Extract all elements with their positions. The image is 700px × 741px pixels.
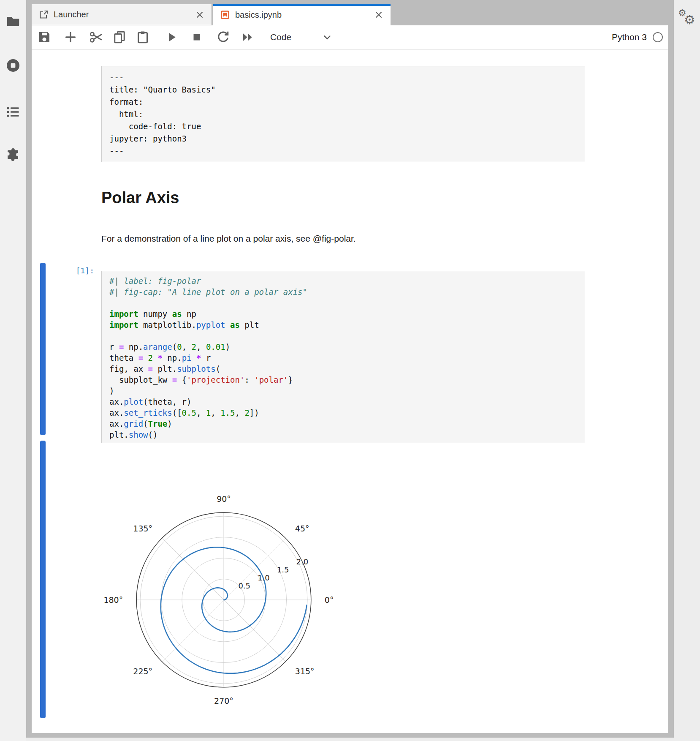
execution-count: [1]: [44, 266, 94, 275]
restart-run-all-icon[interactable] [240, 30, 255, 45]
svg-text:0°: 0° [325, 595, 334, 605]
cell-output-figure: 0°45°90°135°180°225°270°315°0.51.01.52.0 [103, 441, 365, 715]
close-icon[interactable] [195, 10, 205, 20]
svg-text:0.5: 0.5 [238, 581, 250, 590]
insert-cell-icon[interactable] [63, 30, 78, 45]
tab-label: basics.ipynb [235, 10, 374, 20]
code-editor[interactable]: #| label: fig-polar #| fig-cap: "A line … [101, 271, 585, 443]
right-sidebar: ⚙ ⚙ [674, 0, 700, 741]
input-collapser[interactable] [40, 263, 46, 435]
kernel-status-icon[interactable] [653, 32, 663, 42]
stop-circle-icon[interactable] [5, 58, 21, 73]
gears-icon[interactable]: ⚙ ⚙ [677, 8, 697, 29]
copy-icon[interactable] [112, 30, 127, 45]
tab-launcher[interactable]: Launcher [32, 4, 212, 25]
list-icon[interactable] [5, 104, 21, 120]
tab-bar: Launcher basics.ipynb [32, 4, 668, 25]
close-icon[interactable] [374, 10, 384, 20]
svg-text:2.0: 2.0 [296, 557, 309, 566]
raw-yaml-cell[interactable]: --- title: "Quarto Basics" format: html:… [101, 66, 585, 162]
notebook-toolbar: Code Python 3 [32, 25, 668, 49]
kernel-indicator: Python 3 [612, 30, 663, 45]
cell-type-dropdown[interactable]: Code [262, 30, 333, 45]
notebook-panel: --- title: "Quarto Basics" format: html:… [32, 49, 668, 733]
svg-text:45°: 45° [295, 524, 309, 533]
left-sidebar [0, 0, 26, 741]
screen: { "window": { "tabs": [ {"label": "Launc… [0, 0, 700, 741]
restart-kernel-icon[interactable] [215, 30, 231, 45]
notebook-icon [220, 10, 230, 20]
markdown-heading: Polar Axis [101, 188, 179, 207]
kernel-name[interactable]: Python 3 [612, 32, 647, 42]
svg-text:90°: 90° [217, 494, 231, 504]
stop-icon[interactable] [189, 30, 204, 45]
cell-type-label: Code [262, 32, 300, 42]
svg-text:1.0: 1.0 [258, 573, 270, 582]
paste-icon[interactable] [135, 30, 150, 45]
tab-basics-ipynb[interactable]: basics.ipynb [213, 4, 391, 25]
launcher-icon [38, 10, 49, 20]
save-icon[interactable] [37, 30, 52, 45]
jupyterlab-window: Launcher basics.ipynb [26, 0, 674, 738]
svg-text:315°: 315° [295, 667, 315, 676]
puzzle-icon[interactable] [5, 147, 21, 162]
chevron-down-icon [322, 32, 333, 43]
run-icon[interactable] [164, 30, 179, 45]
folder-icon[interactable] [5, 14, 21, 29]
cut-icon[interactable] [88, 30, 103, 45]
svg-text:225°: 225° [133, 667, 152, 676]
active-tab-accent [213, 4, 391, 6]
svg-text:135°: 135° [133, 524, 152, 533]
polar-plot: 0°45°90°135°180°225°270°315°0.51.01.52.0 [103, 441, 365, 715]
output-collapser[interactable] [40, 441, 46, 718]
tab-label: Launcher [54, 10, 195, 19]
svg-text:1.5: 1.5 [277, 565, 289, 574]
markdown-paragraph: For a demonstration of a line plot on a … [101, 233, 356, 244]
svg-text:270°: 270° [214, 696, 233, 706]
svg-text:180°: 180° [103, 595, 123, 605]
